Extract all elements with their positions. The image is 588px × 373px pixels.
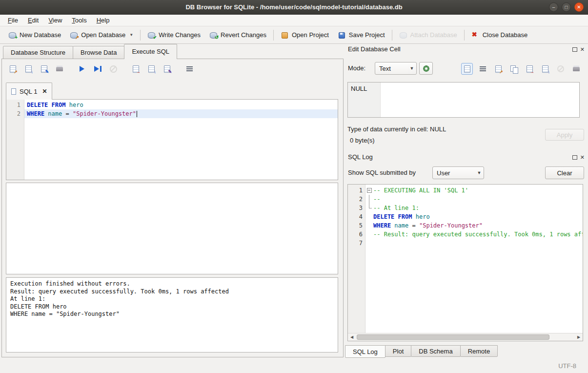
window-controls: – □ ✕	[549, 2, 584, 12]
open-sql-file-icon[interactable]	[7, 63, 19, 75]
menu-item-file[interactable]: File	[3, 15, 23, 26]
tab-remote[interactable]: Remote	[460, 345, 498, 357]
gear-icon	[423, 65, 429, 72]
close-sql-tab-icon[interactable]: ✕	[42, 88, 47, 95]
export-results-icon[interactable]	[130, 63, 142, 75]
scroll-right-icon[interactable]: ▶	[575, 333, 583, 341]
export-data-icon[interactable]	[524, 63, 535, 75]
sql-log-line: 5WHERE name = "Spider-Youngster"	[348, 221, 583, 230]
encoding-label: UTF-8	[558, 362, 576, 370]
import-data-icon[interactable]	[492, 63, 504, 75]
line-number-gutter: 12	[6, 100, 24, 180]
editor-line[interactable]: WHERE name = "Spider-Youngster"	[24, 109, 338, 118]
toolbar-separator	[392, 30, 392, 41]
scrollbar-thumb[interactable]	[357, 334, 549, 340]
log-line-number: 2	[348, 195, 365, 204]
menu-item-help[interactable]: Help	[92, 15, 115, 26]
sql-file-tab[interactable]: SQL 1 ✕	[6, 83, 52, 100]
cell-editor[interactable]: NULL	[347, 82, 580, 118]
toolbar-separator	[273, 30, 274, 41]
fold-marker-icon[interactable]	[365, 186, 373, 195]
close-panel-icon[interactable]: ✕	[580, 47, 585, 52]
fold-guide	[365, 195, 373, 204]
sql-log-line: 4DELETE FROM hero	[348, 212, 583, 221]
save-project-button[interactable]: Save Project	[333, 28, 389, 42]
tab-plot[interactable]: Plot	[385, 345, 411, 357]
write-changes-button[interactable]: Write Changes	[143, 28, 205, 42]
editor-line[interactable]: DELETE FROM hero	[24, 101, 338, 109]
menu-item-edit[interactable]: Edit	[23, 15, 43, 26]
set-null-icon[interactable]	[555, 63, 567, 75]
log-line-text: -- Result: query executed successfully. …	[373, 230, 583, 239]
float-panel-icon[interactable]	[572, 155, 577, 160]
fold-guide	[365, 239, 373, 248]
right-pane: Edit Database Cell ✕ Mode: Text ▼ NULL T…	[345, 44, 588, 360]
sql-editor[interactable]: 12 DELETE FROM heroWHERE name = "Spider-…	[6, 99, 338, 180]
apply-button[interactable]: Apply	[545, 129, 584, 141]
log-line-number: 1	[348, 186, 365, 195]
sql-log-view[interactable]: 1-- EXECUTING ALL IN 'SQL 1'2--3-- At li…	[347, 184, 583, 341]
scrollbar-track[interactable]	[356, 333, 575, 341]
execute-current-line-icon[interactable]	[92, 63, 103, 75]
results-area	[6, 183, 338, 274]
tab-sql-log[interactable]: SQL Log	[345, 345, 385, 358]
log-line-number: 3	[348, 204, 365, 212]
chevron-down-icon: ▼	[475, 170, 484, 175]
tab-db-schema[interactable]: DB Schema	[411, 345, 460, 357]
toolbar-separator	[140, 30, 141, 41]
menu-item-tools[interactable]: Tools	[67, 15, 91, 26]
log-lines: 1-- EXECUTING ALL IN 'SQL 1'2--3-- At li…	[348, 186, 583, 248]
word-wrap-icon[interactable]	[183, 63, 195, 75]
tab-browse-data[interactable]: Browse Data	[73, 46, 124, 59]
edit-cell-panel-title: Edit Database Cell	[348, 45, 401, 53]
horizontal-scrollbar[interactable]: ◀ ▶	[348, 333, 583, 341]
minimize-icon[interactable]: –	[549, 2, 558, 12]
open-project-button[interactable]: Open Project	[276, 28, 333, 42]
tab-database-structure[interactable]: Database Structure	[3, 46, 73, 59]
status-log-line: WHERE name = "Spider-Youngster"	[10, 311, 334, 318]
print-icon[interactable]	[570, 63, 582, 75]
log-line-text: --	[373, 195, 380, 204]
close-window-icon[interactable]: ✕	[574, 2, 584, 12]
maximize-icon[interactable]: □	[562, 2, 571, 12]
toolbar-separator	[464, 30, 465, 41]
clear-log-button[interactable]: Clear	[545, 166, 584, 179]
tab-execute-sql[interactable]: Execute SQL	[124, 44, 177, 59]
menu-item-view[interactable]: View	[43, 15, 67, 26]
execution-status-log[interactable]: Execution finished without errors.Result…	[6, 277, 338, 352]
close-database-button[interactable]: Close Database	[467, 28, 532, 42]
status-log-line: DELETE FROM hero	[10, 303, 334, 311]
stop-icon[interactable]	[107, 63, 119, 75]
write-changes-icon	[147, 31, 156, 39]
save-sql-as-icon[interactable]	[38, 63, 50, 75]
word-wrap-icon[interactable]	[477, 63, 488, 75]
fold-guide	[365, 212, 373, 221]
scroll-left-icon[interactable]: ◀	[348, 333, 356, 341]
execute-all-icon[interactable]	[76, 63, 88, 75]
print-icon[interactable]	[54, 63, 65, 75]
save-sql-file-icon[interactable]	[22, 63, 34, 75]
format-sql-icon[interactable]	[161, 63, 173, 75]
text-view-icon[interactable]	[461, 63, 473, 75]
status-log-line: Execution finished without errors.	[10, 280, 334, 288]
attach-database-icon	[399, 31, 407, 39]
save-results-icon[interactable]	[145, 63, 157, 75]
close-panel-icon[interactable]: ✕	[580, 155, 585, 160]
dropdown-arrow-icon[interactable]: ▼	[129, 33, 133, 37]
open-database-button[interactable]: Open Database▼	[65, 28, 138, 42]
attach-database-button[interactable]: Attach Database	[395, 28, 462, 42]
new-database-button[interactable]: New Database	[4, 28, 65, 42]
titlebar[interactable]: DB Browser for SQLite - /home/user/code/…	[0, 0, 588, 15]
sql-log-filter-select[interactable]: User ▼	[432, 166, 484, 179]
log-line-text: WHERE name = "Spider-Youngster"	[373, 221, 483, 230]
sql-file-tab-label: SQL 1	[20, 88, 37, 95]
save-data-icon[interactable]	[539, 63, 551, 75]
mode-select[interactable]: Text ▼	[375, 62, 417, 75]
revert-changes-button[interactable]: Revert Changes	[205, 28, 271, 42]
float-panel-icon[interactable]	[572, 47, 577, 52]
fold-guide	[365, 204, 373, 212]
copy-icon[interactable]	[508, 63, 520, 75]
editor-lines[interactable]: DELETE FROM heroWHERE name = "Spider-You…	[24, 100, 338, 180]
cell-size-text: 0 byte(s)	[350, 137, 375, 144]
apply-settings-button[interactable]	[419, 62, 433, 75]
